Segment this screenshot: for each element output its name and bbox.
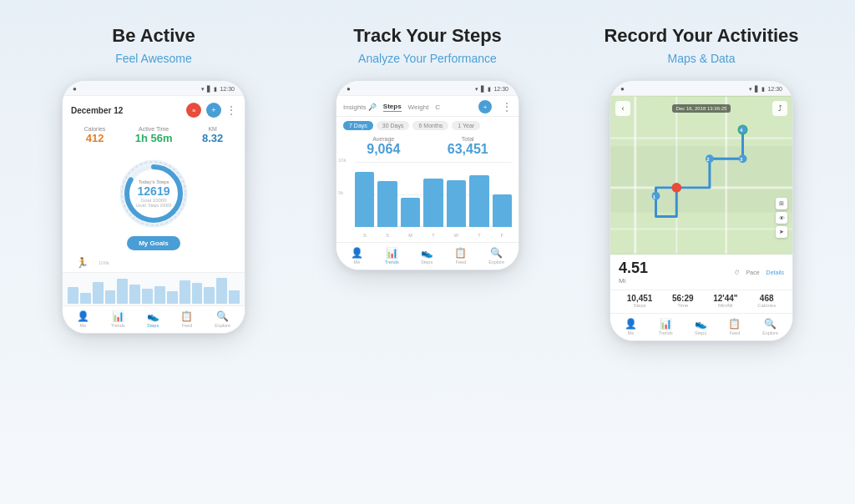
mini-bar-14 [229,290,240,305]
mini-bar-5 [117,279,128,304]
grid-label-5k: 5k [338,190,343,195]
steps-label-2: Steps [421,260,433,265]
header-icons: ≡ + ⋮ [186,103,236,118]
mini-bar-13 [216,278,227,304]
wifi-icon: ▾ [201,86,205,93]
avg-total-row: Average 9,064 Total 63,451 [336,133,519,159]
tab-c[interactable]: C [435,103,440,111]
distance-card: 4.51 Mi ⏱ Pace Details [610,255,792,290]
add-icon[interactable]: + [206,103,221,118]
steps-icon-2: 👟 [421,247,433,259]
calories-detail: 468 Calories [757,294,776,308]
me-icon-3: 👤 [625,318,637,330]
mini-bar-8 [154,286,165,304]
details-link[interactable]: Details [766,270,784,275]
more-icon[interactable]: ⋮ [226,104,236,116]
time-detail: 56:29 Time [672,294,694,308]
status-bar-2: ● ▾ ▋ ▮ 12:30 [336,81,519,96]
stats-row-1: Calories 412 Active Time 1h 56m KM 8.32 [63,121,245,149]
app-container: Be Active Feel Awesome ● ▾ ▋ ▮ 12:30 Dec… [0,0,855,504]
tab-weight[interactable]: Weight [408,103,429,111]
steps-label-3: Steps [695,330,706,335]
total-item: Total 63,451 [448,136,488,157]
tab-steps[interactable]: Steps [383,103,402,112]
back-button[interactable]: ‹ [615,101,630,116]
share-button[interactable]: ⤴ [772,101,787,116]
add-icon-2[interactable]: + [478,100,492,113]
me-label: Me [80,323,87,328]
mini-bar-9 [167,291,178,304]
nav-me-3[interactable]: 👤 Me [625,318,637,335]
day-s1: S [355,233,374,238]
section-track-steps: Track Your Steps Analyze Your Performanc… [298,25,557,270]
steps-icon: 👟 [147,310,159,322]
notification-icon[interactable]: ≡ [186,103,201,118]
explore-label-2: Explore [488,260,504,265]
km-label: KM [202,126,223,132]
explore-icon-3: 🔍 [764,318,777,330]
battery-icon: ▮ [214,86,217,93]
phone-dot-1: ● [73,85,77,93]
section-title-1: Be Active [112,25,195,47]
day-s2: S [377,233,397,238]
me-icon-2: 👤 [351,247,363,259]
my-goals-button[interactable]: My Goals [127,236,180,250]
period-7days[interactable]: 7 Days [343,121,373,130]
pace-label: Pace [746,270,760,275]
period-1year[interactable]: 1 Year [452,121,480,130]
me-label-3: Me [628,330,635,335]
section-be-active: Be Active Feel Awesome ● ▾ ▋ ▮ 12:30 Dec… [24,25,283,334]
nav-me-1[interactable]: 👤 Me [77,310,89,328]
bar-f [493,194,512,227]
map-eye-icon[interactable]: 👁 [776,212,787,224]
time-detail-label: Time [672,303,694,308]
mini-bar-10 [180,280,190,304]
period-tabs: 7 Days 30 Days 6 Months 1 Year [336,117,519,133]
map-layers-icon[interactable]: ⊞ [776,198,787,209]
mini-bar-12 [204,287,215,304]
phone1-header: December 12 ≡ + ⋮ [63,96,245,121]
feed-label: Feed [182,323,193,328]
bar-t1 [423,179,443,228]
nav-explore-1[interactable]: 🔍 Explore [215,310,230,328]
nav-steps-3[interactable]: 👟 Steps [695,318,707,335]
nav-feed-2[interactable]: 📋 Feed [454,247,467,265]
nav-trends-3[interactable]: 📊 Trends [659,318,673,335]
km-value: 8.32 [202,132,223,144]
map-date-badge: Dec 16, 2018 13:36:25 [672,104,731,113]
bar-day-labels: S S M T W T F [355,233,512,238]
nav-explore-3[interactable]: 🔍 Explore [762,318,778,335]
feed-icon-3: 📋 [728,318,741,330]
nav-steps-2[interactable]: 👟 Steps [421,247,433,265]
nav-feed-3[interactable]: 📋 Feed [728,318,741,335]
active-time-value: 1h 56m [135,132,173,144]
period-6months[interactable]: 6 Months [412,121,448,130]
nav-explore-2[interactable]: 🔍 Explore [488,247,504,265]
nav-steps-1[interactable]: 👟 Steps [147,310,159,328]
signal-icon-3: ▋ [755,86,759,93]
more-icon-2[interactable]: ⋮ [502,101,512,113]
trends-icon-3: 📊 [660,318,672,330]
mini-bar-6 [129,285,140,304]
explore-icon-2: 🔍 [490,247,503,259]
nav-feed-1[interactable]: 📋 Feed [180,310,193,328]
tab-insights[interactable]: Insights 🔎 [343,103,377,111]
phone-dot-3: ● [620,85,625,93]
phone-2: ● ▾ ▋ ▮ 12:30 Insights 🔎 Steps Weight C … [336,80,519,270]
mini-bar-3 [93,282,104,304]
nav-trends-2[interactable]: 📊 Trends [385,247,399,265]
map-location-icon[interactable]: ➤ [776,226,787,238]
wifi-icon-2: ▾ [475,86,478,93]
nav-trends-1[interactable]: 📊 Trends [111,310,125,328]
average-label: Average [367,136,400,142]
grid-label-10k: 10k [338,158,347,163]
steps-detail-value: 10,451 [627,294,653,303]
time-2: 12:30 [493,86,508,92]
signal-icon-2: ▋ [481,86,485,93]
period-30days[interactable]: 30 Days [377,121,410,130]
total-value: 63,451 [448,142,488,157]
phone-1: ● ▾ ▋ ▮ 12:30 December 12 ≡ + ⋮ [62,80,245,334]
detail-stats-row: 10,451 Steps 56:29 Time 12'44" Min/Mi 46… [610,290,792,313]
nav-me-2[interactable]: 👤 Me [351,247,363,265]
km-stat: KM 8.32 [202,126,223,144]
